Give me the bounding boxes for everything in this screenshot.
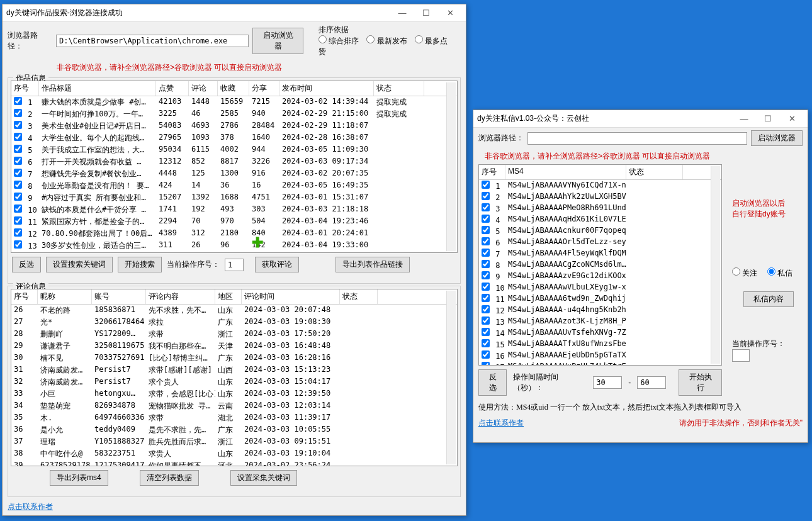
scrollbar[interactable]	[446, 291, 456, 464]
table-row[interactable]: 29谦谦君子32508119675我不明白那些在…天津2024-03-03 16…	[11, 340, 457, 352]
browser-path-label: 浏览器路径：	[478, 133, 524, 143]
notice-text: 非谷歌浏览器，请补全浏览器路径>谷歌浏览器 可以直接启动浏览器	[57, 62, 282, 73]
table-row[interactable]: 26不老的路185836871先不求胜，先不…山东2024-03-03 20:0…	[11, 305, 457, 317]
current-op-label: 当前操作序号：	[167, 259, 220, 270]
table-row[interactable]: 35木.64974660336求带湖北2024-03-03 11:39:17	[11, 412, 457, 424]
table-row[interactable]: 13 30多岁女性创业，最适合的三… 311 26 96 142 2024-03…	[11, 240, 457, 252]
table-row[interactable]: 36是小允teddy0409是先不求胜，先…广东2024-03-03 10:05…	[11, 424, 457, 436]
table-row[interactable]: 4 MS4wLjABAAAAqHdX61KiL0V7LE…	[479, 214, 721, 225]
ms4-list[interactable]: 序号MS4状态 1 MS4wLjABAAAAVYNy6ICQd71X-n… 2 …	[478, 164, 722, 366]
table-row[interactable]: 10 缺钱的本质是什么#干货分享 … 1741 192 493 303 2024…	[11, 204, 457, 216]
current-op-input[interactable]	[732, 349, 750, 362]
table-row[interactable]: 31济南威龄发…Persist7求带[感谢][感谢]山西2024-03-03 1…	[11, 364, 457, 376]
table-row[interactable]: 17 MS4wLjABAAAAVxBzHL74LkTtrE…	[479, 361, 721, 366]
table-row[interactable]: 3 MS4wLjABAAAAPMeO8Rh691LUnd…	[479, 203, 721, 214]
launch-browser-button[interactable]: 启动浏览器	[751, 130, 803, 146]
table-row[interactable]: 8 创业光靠勤奋是没有用的！ 要… 424 14 36 16 2024-03-0…	[11, 180, 457, 192]
get-comments-button[interactable]: 获取评论	[255, 257, 299, 272]
table-row[interactable]: 13 MS4wLjABAAAAzot3K-LjzM8H_P…	[479, 316, 721, 327]
table-row[interactable]: 14 创业不易，创前请深思！#知… 1932 503 162 1359 2024…	[11, 252, 457, 253]
table-row[interactable]: 12 MS4wLjABAAAA-u4q4hng5Knb2h…	[479, 305, 721, 316]
table-row[interactable]: 5 MS4wLjABAAAAcnkur00F7qopeq…	[479, 225, 721, 237]
table-row[interactable]: 34垫垫萌宠826934878宠物猫咪批发 寻…云南2024-03-03 12:…	[11, 400, 457, 412]
table-row[interactable]: 396237852917812175309417你如果事情都不…河北2024-0…	[11, 460, 457, 466]
hint-line-2: 自行登陆dy账号	[732, 209, 803, 220]
minimize-button[interactable]: —	[390, 8, 414, 18]
table-row[interactable]: 8 MS4wLjABAAAACgZcoNCMsd6lm…	[479, 259, 721, 271]
export-links-button[interactable]: 导出列表作品链接	[336, 257, 410, 272]
titlebar: dy关注私信v1.03-公众号：云创社 — ☐ ✕	[473, 110, 808, 128]
comments-list[interactable]: 序号昵称账号评论内容地区评论时间状态 26不老的路185836871先不求胜，先…	[11, 289, 458, 466]
close-button[interactable]: ✕	[438, 8, 462, 18]
browser-path-input[interactable]	[56, 35, 249, 47]
window-title: dy关注私信v1.03-公众号：云创社	[477, 113, 732, 124]
launch-browser-button[interactable]: 启动浏览器	[252, 28, 303, 54]
set-collect-keyword-button[interactable]: 设置采集关键词	[230, 470, 297, 486]
table-row[interactable]: 1 MS4wLjABAAAAVYNy6ICQd71X-n…	[479, 180, 721, 191]
keyword-search-window: dy关键词作品搜索-浏览器连接成功 — ☐ ✕ 浏览器路径： 启动浏览器 排序依…	[2, 4, 466, 516]
table-row[interactable]: 2 MS4wLjABAAAAhYk2zUwLXGH5BV…	[479, 191, 721, 203]
interval-min-input[interactable]	[593, 376, 622, 389]
scrollbar[interactable]	[711, 166, 720, 364]
table-row[interactable]: 5 关于我成立工作室的想法，大… 95034 6115 4002 944 202…	[11, 144, 457, 156]
inverse-select-button[interactable]: 反选	[478, 369, 507, 396]
table-row[interactable]: 30楠不见70337527691[比心]帮博主纠…广东2024-03-03 16…	[11, 352, 457, 364]
hint-line-1: 启动浏览器以后	[732, 198, 803, 209]
current-op-label: 当前操作序号：	[732, 339, 785, 348]
table-row[interactable]: 11 MS4wLjABAAAA6twd9n_ZwDqhij…	[479, 293, 721, 305]
interval-label: 操作间隔时间（秒）：	[513, 372, 587, 393]
table-row[interactable]: 7 想赚钱先学会复制#餐饮创业… 4448 125 1300 916 2024-…	[11, 168, 457, 180]
works-list[interactable]: 序号作品标题点赞评论收藏分享发布时间状态 1 赚大钱的本质就是少做事 #创… 4…	[11, 81, 458, 253]
interval-sep: -	[628, 378, 631, 387]
start-search-button[interactable]: 开始搜索	[118, 257, 162, 272]
table-row[interactable]: 15 MS4wLjABAAAATfxU8ufWnzsFbe…	[479, 339, 721, 350]
browser-path-label: 浏览器路径：	[8, 30, 52, 52]
export-ms4-button[interactable]: 导出列表ms4	[50, 470, 108, 486]
minimize-button[interactable]: —	[732, 114, 756, 123]
start-execute-button[interactable]: 开始执行	[679, 369, 722, 396]
clear-list-button[interactable]: 清空列表数据	[140, 470, 199, 486]
maximize-button[interactable]: ☐	[414, 8, 438, 18]
table-row[interactable]: 3 美术生创业#创业日记#开店日… 54083 4693 2786 28484 …	[11, 120, 457, 132]
table-row[interactable]: 33小巨hetongxu…求带，会感恩[比心]山东2024-03-03 12:3…	[11, 388, 457, 400]
current-op-input[interactable]	[225, 259, 244, 271]
sort-radio-1[interactable]: 最新发布	[366, 36, 407, 45]
table-row[interactable]: 14 MS4wLjABAAAAUvTsfehXNVg-7Z…	[479, 327, 721, 339]
sort-radio-0[interactable]: 综合排序	[319, 36, 359, 45]
set-keyword-button[interactable]: 设置搜索关键词	[46, 257, 113, 272]
interval-max-input[interactable]	[637, 376, 666, 389]
table-row[interactable]: 6 MS4wLjABAAAAOrl5dTeLzz-sey…	[479, 237, 721, 248]
dm-radio[interactable]: 私信	[767, 269, 792, 277]
titlebar: dy关键词作品搜索-浏览器连接成功 — ☐ ✕	[3, 4, 466, 22]
table-row[interactable]: 4 大学生创业。每个人的起跑线… 27965 1093 378 1640 202…	[11, 132, 457, 144]
inverse-select-button[interactable]: 反选	[12, 257, 41, 272]
dm-content-button[interactable]: 私信内容	[743, 291, 794, 307]
browser-path-input[interactable]	[527, 132, 747, 145]
table-row[interactable]: 12 70.80.90都套路出局了！00后… 4389 312 2180 840…	[11, 228, 457, 240]
table-row[interactable]: 9 MS4wLjABAAAAzvE9Gc12diKOOx…	[479, 271, 721, 282]
table-row[interactable]: 10 MS4wLjABAAAAwVLbuLXEyg1w-x…	[479, 282, 721, 293]
follow-dm-window: dy关注私信v1.03-公众号：云创社 — ☐ ✕ 浏览器路径： 启动浏览器 非…	[473, 109, 808, 443]
table-row[interactable]: 2 一年时间如何挣100万。一年… 3225 46 2585 940 2024-…	[11, 108, 457, 120]
table-row[interactable]: 38中午吃什么@583223751求贵人山东2024-03-03 19:10:0…	[11, 448, 457, 460]
table-row[interactable]: 9 #内容过于真实 所有要创业和… 15207 1392 1688 4751 2…	[11, 192, 457, 204]
scrollbar[interactable]	[446, 82, 456, 251]
table-row[interactable]: 6 打开一开关视频就会有收益 … 12312 852 8817 3226 202…	[11, 156, 457, 168]
warning-text: 请勿用于非法操作，否则和作者无关"	[679, 418, 803, 429]
maximize-button[interactable]: ☐	[756, 114, 780, 123]
window-title: dy关键词作品搜索-浏览器连接成功	[6, 8, 390, 18]
table-row[interactable]: 37理瑞Y1051888327胜兵先胜而后求…浙江2024-03-03 09:1…	[11, 436, 457, 448]
notice-text: 非谷歌浏览器，请补全浏览器路径>谷歌浏览器 可以直接启动浏览器	[485, 151, 710, 162]
table-row[interactable]: 32济南威龄发…Persist7求个贵人山东2024-03-03 15:04:1…	[11, 376, 457, 388]
table-row[interactable]: 28删删吖YS172809…求带浙江2024-03-03 17:50:20	[11, 328, 457, 340]
contact-author-link[interactable]: 点击联系作者	[478, 418, 524, 429]
table-row[interactable]: 27光*32066178464求拉广东2024-03-03 19:08:30	[11, 317, 457, 328]
table-row[interactable]: 11 紧跟国家方针，都是捡金子的… 2294 70 970 504 2024-0…	[11, 216, 457, 228]
table-row[interactable]: 1 赚大钱的本质就是少做事 #创… 42103 1448 15659 7215 …	[11, 96, 457, 108]
sort-label: 排序依据	[319, 25, 461, 35]
table-row[interactable]: 7 MS4wLjABAAAA4Fl5eyWqKlfDQM…	[479, 248, 721, 259]
table-row[interactable]: 16 MS4wLjABAAAAEjeUbDn5pGTaTX…	[479, 350, 721, 361]
follow-radio[interactable]: 关注	[732, 269, 757, 277]
close-button[interactable]: ✕	[780, 114, 804, 123]
contact-author-link[interactable]: 点击联系作者	[8, 501, 53, 512]
